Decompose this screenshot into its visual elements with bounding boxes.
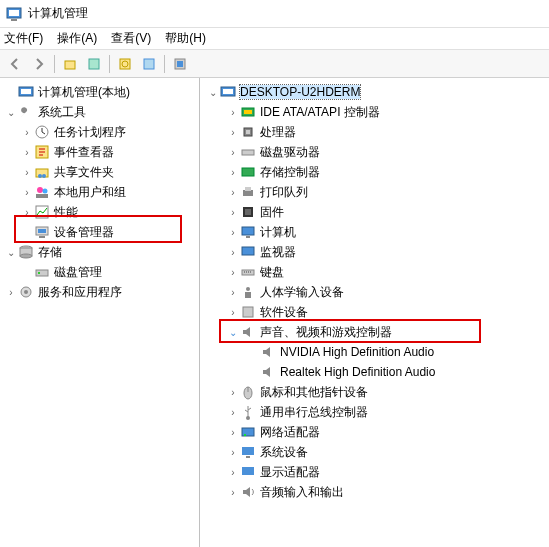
expander-icon[interactable]: ›	[226, 307, 240, 318]
svg-rect-2	[11, 19, 17, 21]
expander-icon[interactable]: ›	[226, 107, 240, 118]
menu-help[interactable]: 帮助(H)	[165, 30, 206, 47]
tree-services-apps[interactable]: › 服务和应用程序	[0, 282, 199, 302]
expander-icon[interactable]: ⌄	[4, 247, 18, 258]
expander-icon[interactable]: ›	[20, 147, 34, 158]
tree-disk-management[interactable]: › 磁盘管理	[0, 262, 199, 282]
device-audio-io[interactable]: › 音频输入和输出	[200, 482, 549, 502]
refresh-button[interactable]	[114, 53, 136, 75]
up-button[interactable]	[59, 53, 81, 75]
tree-performance[interactable]: › 性能	[0, 202, 199, 222]
help-button[interactable]	[138, 53, 160, 75]
network-icon	[240, 424, 256, 440]
device-ide[interactable]: › IDE ATA/ATAPI 控制器	[200, 102, 549, 122]
svg-point-54	[244, 434, 246, 436]
device-realtek-audio[interactable]: › Realtek High Definition Audio	[200, 362, 549, 382]
tree-device-manager[interactable]: › 设备管理器	[0, 222, 199, 242]
expander-icon[interactable]: ›	[226, 227, 240, 238]
device-mouse[interactable]: › 鼠标和其他指针设备	[200, 382, 549, 402]
audio-io-icon	[240, 484, 256, 500]
printer-icon	[240, 184, 256, 200]
device-usb[interactable]: › 通用串行总线控制器	[200, 402, 549, 422]
expander-icon[interactable]: ›	[226, 127, 240, 138]
device-print-queues[interactable]: › 打印队列	[200, 182, 549, 202]
device-monitors[interactable]: › 监视器	[200, 242, 549, 262]
tree-storage[interactable]: ⌄ 存储	[0, 242, 199, 262]
tree-label: 存储控制器	[260, 164, 320, 181]
show-hide-button[interactable]	[169, 53, 191, 75]
system-icon	[240, 444, 256, 460]
sound-icon	[240, 324, 256, 340]
wrench-icon	[18, 104, 34, 120]
expander-icon[interactable]: ›	[226, 167, 240, 178]
expander-icon[interactable]: ›	[20, 187, 34, 198]
device-hid[interactable]: › 人体学输入设备	[200, 282, 549, 302]
expander-icon[interactable]: ›	[20, 167, 34, 178]
device-computer-category[interactable]: › 计算机	[200, 222, 549, 242]
storage-ctrl-icon	[240, 164, 256, 180]
svg-rect-48	[245, 292, 251, 298]
expander-icon[interactable]: ›	[226, 487, 240, 498]
svg-rect-49	[243, 307, 253, 317]
menu-view[interactable]: 查看(V)	[111, 30, 151, 47]
device-software[interactable]: › 软件设备	[200, 302, 549, 322]
tree-label: 音频输入和输出	[260, 484, 344, 501]
expander-icon[interactable]: ›	[226, 467, 240, 478]
expander-icon[interactable]: ›	[226, 267, 240, 278]
svg-rect-9	[177, 61, 183, 67]
expander-icon[interactable]: ›	[4, 287, 18, 298]
computer-icon	[220, 84, 236, 100]
menu-file[interactable]: 文件(F)	[4, 30, 43, 47]
svg-point-15	[38, 174, 42, 178]
expander-icon[interactable]: ›	[226, 387, 240, 398]
expander-icon[interactable]: ›	[226, 287, 240, 298]
device-sound-video-game[interactable]: ⌄ 声音、视频和游戏控制器	[200, 322, 549, 342]
tree-shared-folders[interactable]: › 共享文件夹	[0, 162, 199, 182]
tree-local-users[interactable]: › 本地用户和组	[0, 182, 199, 202]
tree-label: 存储	[38, 244, 62, 261]
expander-icon[interactable]: ›	[226, 407, 240, 418]
properties-button[interactable]	[83, 53, 105, 75]
tree-label: 服务和应用程序	[38, 284, 122, 301]
device-root-computer[interactable]: ⌄ DESKTOP-U2HDERM	[200, 82, 549, 102]
toolbar-separator	[109, 55, 110, 73]
device-nvidia-audio[interactable]: › NVIDIA High Definition Audio	[200, 342, 549, 362]
tree-root-computer-mgmt[interactable]: ▸ 计算机管理(本地)	[0, 82, 199, 102]
sound-icon	[260, 344, 276, 360]
toolbar-separator	[164, 55, 165, 73]
device-system-devices[interactable]: › 系统设备	[200, 442, 549, 462]
tree-label: 键盘	[260, 264, 284, 281]
performance-icon	[34, 204, 50, 220]
device-keyboards[interactable]: › 键盘	[200, 262, 549, 282]
device-processors[interactable]: › 处理器	[200, 122, 549, 142]
app-icon	[6, 6, 22, 22]
device-storage-controllers[interactable]: › 存储控制器	[200, 162, 549, 182]
tree-event-viewer[interactable]: › 事件查看器	[0, 142, 199, 162]
expander-icon[interactable]: ⌄	[206, 87, 220, 98]
expander-icon[interactable]: ›	[20, 207, 34, 218]
expander-icon[interactable]: ›	[226, 247, 240, 258]
device-firmware[interactable]: › 固件	[200, 202, 549, 222]
expander-icon[interactable]: ›	[226, 147, 240, 158]
menu-action[interactable]: 操作(A)	[57, 30, 97, 47]
expander-icon[interactable]: ›	[226, 187, 240, 198]
device-display-adapters[interactable]: › 显示适配器	[200, 462, 549, 482]
device-network[interactable]: › 网络适配器	[200, 422, 549, 442]
expander-icon[interactable]: ›	[226, 447, 240, 458]
svg-rect-57	[242, 467, 254, 475]
expander-icon[interactable]: ›	[226, 207, 240, 218]
toolbar-separator	[54, 55, 55, 73]
main-area: ▸ 计算机管理(本地) ⌄ 系统工具 › 任务计划程序 › 事件查看器 › 共享…	[0, 78, 549, 547]
expander-icon[interactable]: ›	[226, 427, 240, 438]
back-button[interactable]	[4, 53, 26, 75]
device-disk-drives[interactable]: › 磁盘驱动器	[200, 142, 549, 162]
svg-rect-34	[244, 110, 252, 114]
expander-icon[interactable]: ⌄	[4, 107, 18, 118]
forward-button[interactable]	[28, 53, 50, 75]
expander-icon[interactable]: ›	[20, 127, 34, 138]
tree-task-scheduler[interactable]: › 任务计划程序	[0, 122, 199, 142]
svg-rect-53	[242, 428, 254, 436]
expander-icon[interactable]: ⌄	[226, 327, 240, 338]
svg-rect-27	[36, 270, 48, 276]
tree-system-tools[interactable]: ⌄ 系统工具	[0, 102, 199, 122]
